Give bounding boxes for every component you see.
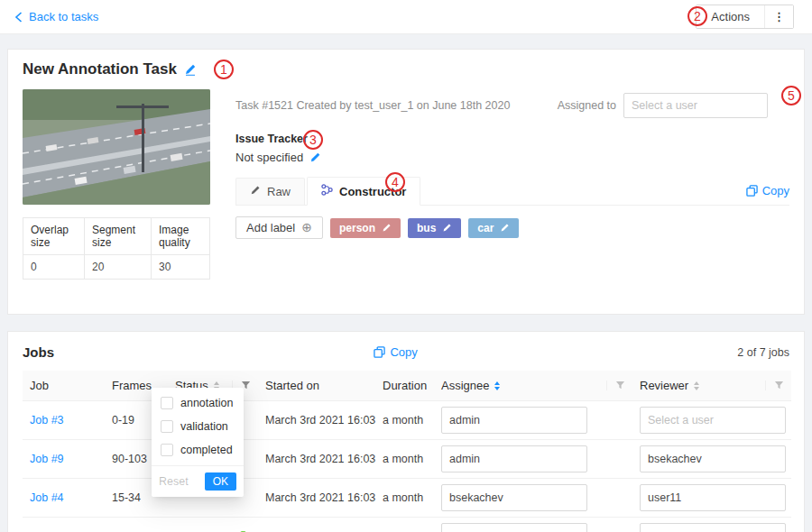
- add-label-button[interactable]: Add label: [235, 216, 323, 239]
- jobs-header: Jobs Copy 2 of 7 jobs: [23, 344, 789, 360]
- job-3-reviewer-select[interactable]: [640, 407, 786, 434]
- assigned-to-label: Assigned to: [558, 99, 616, 112]
- task-name-edit-icon[interactable]: [184, 63, 197, 76]
- tab-raw[interactable]: Raw: [235, 178, 305, 205]
- filter-option-validation[interactable]: validation: [152, 415, 244, 438]
- job-9-reviewer-select[interactable]: [640, 445, 786, 472]
- filter-option-completed[interactable]: completed: [152, 438, 244, 462]
- assignee-filter-icon[interactable]: [606, 381, 625, 390]
- job-row: Job #3 0-19 March 3rd 2021 16:03 a month: [23, 401, 791, 440]
- job-4-reviewer-select[interactable]: [640, 484, 786, 511]
- jobs-table-header-row: Job Frames Status: [23, 371, 791, 401]
- column-reviewer: Reviewer: [632, 371, 791, 401]
- filter-option-annotation[interactable]: annotation: [152, 391, 244, 415]
- job-8-reviewer-select[interactable]: [640, 523, 786, 532]
- column-duration: Duration: [375, 371, 434, 401]
- job-8-assignee-select[interactable]: [441, 523, 587, 532]
- labels-copy-button[interactable]: Copy: [746, 184, 789, 205]
- filter-option-completed-label: completed: [180, 444, 233, 456]
- copy-icon: [746, 185, 758, 197]
- annotation-marker-4: 4: [385, 172, 405, 192]
- filter-option-validation-label: validation: [180, 420, 228, 433]
- job-3-started: March 3rd 2021 16:03: [258, 401, 375, 440]
- assigned-to-select[interactable]: [623, 93, 768, 118]
- image-quality-value: 30: [151, 255, 209, 280]
- overlap-size-value: 0: [23, 255, 85, 280]
- annotation-marker-2: 2: [687, 6, 707, 26]
- caret-down-icon: [494, 387, 500, 390]
- jobs-copy-button[interactable]: Copy: [374, 345, 417, 359]
- jobs-copy-label: Copy: [390, 345, 417, 359]
- task-title: New Annotation Task: [23, 60, 177, 78]
- task-body: Overlap size Segment size Image quality …: [23, 89, 789, 299]
- label-tag-bus[interactable]: bus: [408, 218, 461, 238]
- jobs-card: Jobs Copy 2 of 7 jobs Job Frames: [7, 331, 805, 532]
- job-4-link[interactable]: Job #4: [30, 491, 64, 504]
- status-filter-dropdown: annotation validation completed Reset OK: [152, 388, 244, 497]
- reviewer-sort-control[interactable]: [694, 381, 699, 390]
- labels-copy-label: Copy: [762, 184, 789, 197]
- segment-size-header: Segment size: [84, 218, 151, 255]
- label-tag-person[interactable]: person: [330, 218, 401, 238]
- plus-circle-icon: [301, 221, 312, 234]
- add-label-button-label: Add label: [246, 221, 295, 234]
- issue-tracker-value-row: Not specified: [235, 151, 789, 164]
- job-4-started: March 3rd 2021 16:03: [258, 479, 375, 518]
- job-3-duration: a month: [375, 401, 434, 440]
- assigned-to-wrap: Assigned to: [558, 93, 789, 118]
- job-8-duration: a month: [375, 518, 434, 532]
- params-header-row: Overlap size Segment size Image quality: [23, 218, 210, 255]
- pencil-icon: [250, 185, 261, 198]
- column-reviewer-label: Reviewer: [640, 379, 688, 392]
- filter-reset-button[interactable]: Reset: [159, 475, 189, 488]
- assignee-sort-control[interactable]: [494, 381, 500, 390]
- job-8-started: March 3rd 2021 16:03: [258, 518, 375, 532]
- labels-constructor-panel: Add label person bus car: [235, 206, 789, 299]
- annotation-marker-3: 3: [303, 130, 323, 150]
- job-row: Job #9 90-103 March 3rd 2021 16:03 a mon…: [23, 440, 791, 479]
- column-assignee: Assignee: [434, 371, 632, 401]
- issue-tracker-edit-icon[interactable]: [309, 151, 321, 163]
- overlap-size-header: Overlap size: [23, 218, 85, 255]
- job-3-link[interactable]: Job #3: [30, 414, 64, 427]
- job-9-started: March 3rd 2021 16:03: [258, 440, 375, 479]
- annotation-marker-5: 5: [781, 86, 801, 105]
- kebab-menu-icon[interactable]: [765, 5, 793, 28]
- filter-ok-button[interactable]: OK: [205, 472, 236, 491]
- column-assignee-label: Assignee: [441, 379, 489, 392]
- job-9-duration: a month: [375, 440, 434, 479]
- caret-up-icon: [694, 381, 699, 385]
- image-quality-header: Image quality: [151, 218, 209, 255]
- filter-option-annotation-label: annotation: [180, 397, 233, 409]
- column-job: Job: [23, 371, 105, 401]
- actions-button-group: Actions: [696, 5, 794, 29]
- params-value-row: 0 20 30: [23, 255, 210, 280]
- task-parameters-table: Overlap size Segment size Image quality …: [23, 217, 210, 280]
- reviewer-filter-icon[interactable]: [765, 381, 784, 390]
- label-tag-car-name: car: [477, 222, 494, 234]
- label-tag-car[interactable]: car: [468, 218, 519, 238]
- jobs-count: 2 of 7 jobs: [737, 346, 789, 359]
- job-4-assignee-select[interactable]: [441, 484, 587, 511]
- caret-up-icon: [214, 381, 219, 385]
- filter-options-menu: annotation validation completed: [152, 388, 244, 465]
- job-3-assignee-select[interactable]: [441, 407, 587, 434]
- checkbox-icon[interactable]: [161, 397, 173, 409]
- job-9-assignee-select[interactable]: [441, 445, 587, 472]
- checkbox-icon[interactable]: [161, 420, 173, 433]
- segment-size-value: 20: [84, 255, 151, 280]
- column-started-on: Started on: [258, 371, 375, 401]
- back-to-tasks-link[interactable]: Back to tasks: [14, 10, 98, 23]
- tab-raw-label: Raw: [267, 185, 291, 198]
- pencil-icon: [442, 223, 452, 233]
- task-left-column: Overlap size Segment size Image quality …: [23, 89, 210, 299]
- task-right-column: Task #1521 Created by test_user_1 on Jun…: [235, 89, 789, 299]
- filter-dropdown-footer: Reset OK: [152, 465, 244, 497]
- job-9-link[interactable]: Job #9: [30, 453, 64, 465]
- labels-tabs-row: Raw Constructor Copy: [235, 177, 789, 206]
- label-tag-bus-name: bus: [417, 222, 436, 234]
- job-8-frames: 75-94: [105, 518, 168, 532]
- task-preview-image: [23, 89, 210, 205]
- checkbox-icon[interactable]: [161, 444, 173, 456]
- jobs-title: Jobs: [23, 344, 54, 360]
